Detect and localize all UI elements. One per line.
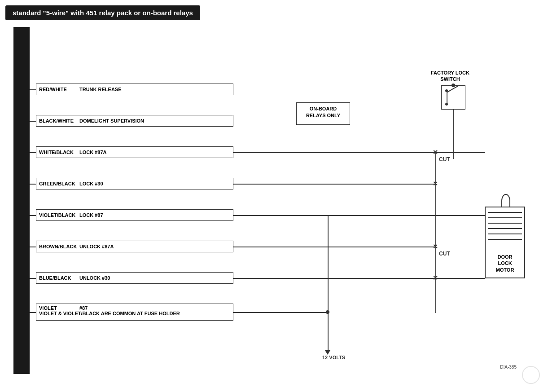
switch-dot-2 xyxy=(445,103,448,106)
wire-box-4: GREEN/BLACK LOCK #30 xyxy=(36,178,233,189)
switch-inner-v xyxy=(447,92,447,103)
vline-12v xyxy=(328,312,329,352)
left-bar xyxy=(13,27,30,374)
wire-box-8: VIOLET#87 VIOLET & VIOLET/BLACK ARE COMM… xyxy=(36,304,233,321)
hline-mid-bus-5 xyxy=(328,215,435,216)
row-8-num: 8 xyxy=(0,308,16,315)
x-mark-row3: ✕ xyxy=(433,149,438,156)
motor-box: DOORLOCKMOTOR xyxy=(485,207,525,278)
wire-box-6: BROWN/BLACK UNLOCK #87A xyxy=(36,241,233,252)
vline-factory-to-row3 xyxy=(453,110,454,152)
hline-3 xyxy=(30,152,36,153)
hline-to-motor-top xyxy=(435,152,485,153)
motor-coil-top xyxy=(501,194,510,207)
hline-2 xyxy=(30,121,36,122)
dot-factory-top xyxy=(452,84,455,87)
hline-row3-right xyxy=(233,152,435,153)
volts-label: 12 VOLTS xyxy=(322,355,345,360)
hline-row5-right xyxy=(233,215,328,216)
wire-box-3: WHITE/BLACK LOCK #87A xyxy=(36,146,233,158)
hline-mid-bus-6 xyxy=(328,247,435,247)
factory-lock-label: FACTORY LOCKSWITCH xyxy=(431,70,469,83)
wire-box-1: RED/WHITE TRUNK RELEASE xyxy=(36,84,233,95)
switch-dot-1 xyxy=(445,89,448,92)
hline-to-motor-row7 xyxy=(435,278,485,279)
vline-mid xyxy=(328,215,329,313)
hline-row8 xyxy=(233,312,328,313)
row-5-num: 5 xyxy=(0,212,16,220)
x-mark-row7: ✕ xyxy=(433,274,438,282)
x-mark-row6: ✕ xyxy=(433,243,438,250)
factory-switch-box xyxy=(441,85,465,110)
hline-to-motor-row5 xyxy=(435,215,485,216)
hline-row6-right xyxy=(233,247,328,247)
page-wrapper: standard "5-wire" with 451 relay pack or… xyxy=(0,0,548,392)
x-mark-row4: ✕ xyxy=(433,180,438,187)
wire-box-7: BLUE/BLACK UNLOCK #30 xyxy=(36,272,233,284)
row-7-num: 7 xyxy=(0,275,16,282)
hline-8 xyxy=(30,312,36,313)
hline-4 xyxy=(30,184,36,185)
cut-label-2: CUT xyxy=(439,251,450,257)
row-3-num: 3 xyxy=(0,150,16,157)
hline-7 xyxy=(30,278,36,279)
arrow-down xyxy=(325,350,330,355)
row-6-num: 6 xyxy=(0,244,16,251)
watermark xyxy=(522,366,540,384)
dot-row8-mid xyxy=(326,310,329,314)
cut-label-1: CUT xyxy=(439,156,450,163)
hline-6 xyxy=(30,247,36,247)
hline-mid-bus-7 xyxy=(328,278,435,279)
row-4-num: 4 xyxy=(0,181,16,188)
hline-1 xyxy=(30,89,36,90)
hline-row4-right xyxy=(233,184,435,185)
vline-main-bus xyxy=(435,152,436,313)
title-bar: standard "5-wire" with 451 relay pack or… xyxy=(5,5,200,20)
wire-box-2: BLACK/WHITE DOMELIGHT SUPERVISION xyxy=(36,115,233,127)
dia-label: DIA-385 xyxy=(500,365,517,370)
row-2-num: 2 xyxy=(0,118,16,125)
onboard-box: ON-BOARD RELAYS ONLY xyxy=(296,102,350,125)
hline-row7-right xyxy=(233,278,328,279)
row-1-num: 1 xyxy=(0,89,16,96)
hline-5 xyxy=(30,215,36,216)
wire-box-5: VIOLET/BLACK LOCK #87 xyxy=(36,209,233,221)
